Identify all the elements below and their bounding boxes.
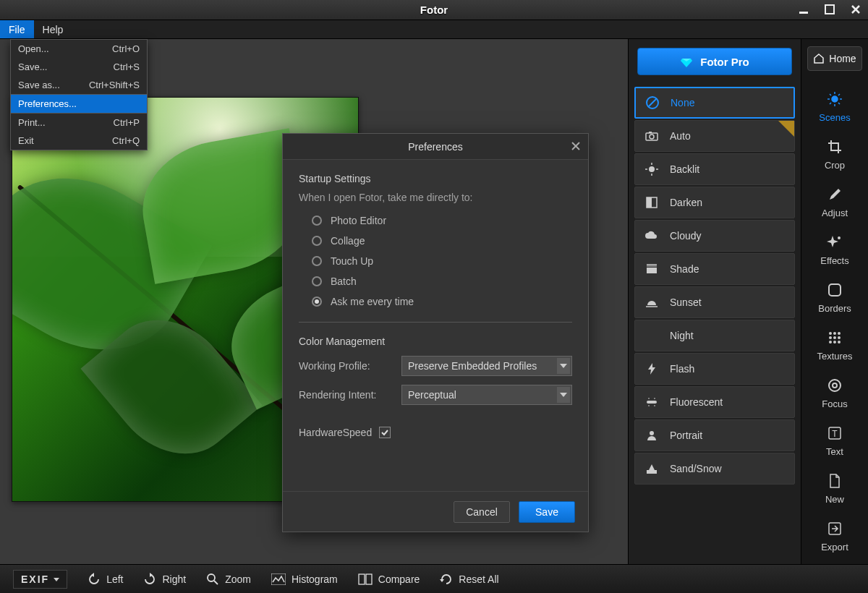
hardware-speed-checkbox[interactable] bbox=[379, 427, 391, 438]
rendering-intent-row: Rendering Intent: Perceptual bbox=[299, 385, 572, 405]
reset-all-button[interactable]: Reset All bbox=[440, 573, 498, 586]
svg-rect-0 bbox=[799, 12, 808, 14]
tool-borders[interactable]: Borders bbox=[808, 275, 861, 320]
working-profile-select[interactable]: Preserve Embedded Profiles bbox=[401, 356, 572, 376]
scene-auto[interactable]: Auto bbox=[634, 120, 795, 152]
radio-touch-up[interactable]: Touch Up bbox=[299, 251, 572, 271]
scene-shade[interactable]: Shade bbox=[634, 253, 795, 285]
border-icon bbox=[826, 281, 843, 299]
sandsnow-icon bbox=[644, 461, 660, 477]
rotate-right-icon bbox=[143, 573, 156, 586]
svg-rect-22 bbox=[647, 268, 657, 273]
cancel-button[interactable]: Cancel bbox=[454, 501, 510, 523]
scene-darken[interactable]: Darken bbox=[634, 187, 795, 218]
tool-export[interactable]: Export bbox=[808, 513, 861, 558]
scene-sunset[interactable]: Sunset bbox=[634, 286, 795, 318]
divider bbox=[299, 322, 572, 323]
reset-icon bbox=[440, 573, 453, 586]
menu-file[interactable]: File bbox=[0, 20, 34, 38]
radio-collage[interactable]: Collage bbox=[299, 231, 572, 251]
file-dropdown: Open...Ctrl+O Save...Ctrl+S Save as...Ct… bbox=[10, 39, 148, 150]
svg-rect-14 bbox=[649, 132, 652, 133]
focus-icon bbox=[826, 377, 843, 394]
zoom-icon bbox=[206, 573, 219, 586]
scene-none[interactable]: None bbox=[634, 87, 795, 119]
scene-portrait[interactable]: Portrait bbox=[634, 419, 795, 451]
hardware-speed-label: HardwareSpeed bbox=[299, 427, 372, 438]
scene-fluorescent[interactable]: Fluorescent bbox=[634, 386, 795, 418]
darken-icon bbox=[644, 195, 660, 210]
svg-point-45 bbox=[838, 236, 841, 239]
histogram-button[interactable]: Histogram bbox=[271, 573, 338, 585]
svg-marker-44 bbox=[827, 236, 838, 247]
file-menu-save-as[interactable]: Save as...Ctrl+Shift+S bbox=[11, 76, 147, 94]
file-menu-print[interactable]: Print...Ctrl+P bbox=[11, 114, 147, 132]
scenes-icon bbox=[826, 90, 843, 108]
fluorescent-icon bbox=[644, 394, 660, 410]
camera-icon bbox=[644, 128, 660, 144]
maximize-button[interactable] bbox=[822, 1, 838, 17]
svg-marker-69 bbox=[440, 579, 444, 582]
scene-backlit[interactable]: Backlit bbox=[634, 153, 795, 185]
sunset-icon bbox=[644, 294, 660, 310]
hardware-speed-row[interactable]: HardwareSpeed bbox=[299, 427, 572, 438]
svg-rect-33 bbox=[647, 470, 657, 474]
moon-icon bbox=[644, 328, 660, 344]
radio-photo-editor[interactable]: Photo Editor bbox=[299, 210, 572, 231]
menu-help[interactable]: Help bbox=[34, 20, 72, 38]
tool-textures[interactable]: Textures bbox=[808, 323, 861, 367]
home-button[interactable]: Home bbox=[807, 46, 862, 71]
exif-button[interactable]: EXIF bbox=[13, 570, 67, 589]
svg-rect-21 bbox=[647, 197, 652, 208]
rendering-intent-label: Rendering Intent: bbox=[299, 389, 393, 401]
scene-flash[interactable]: Flash bbox=[634, 353, 795, 385]
shade-icon bbox=[644, 261, 660, 277]
rotate-left-button[interactable]: Left bbox=[88, 573, 123, 586]
dialog-body: Startup Settings When I open Fotor, take… bbox=[283, 160, 588, 491]
scene-night[interactable]: Night bbox=[634, 320, 795, 351]
radio-batch[interactable]: Batch bbox=[299, 271, 572, 291]
rotate-right-button[interactable]: Right bbox=[143, 573, 186, 586]
compare-button[interactable]: Compare bbox=[358, 573, 420, 585]
tool-text[interactable]: TText bbox=[808, 418, 861, 463]
tool-new[interactable]: New bbox=[808, 466, 861, 511]
file-menu-preferences[interactable]: Preferences... bbox=[11, 95, 147, 113]
svg-line-40 bbox=[830, 94, 831, 95]
scene-sand-snow[interactable]: Sand/Snow bbox=[634, 453, 795, 485]
zoom-button[interactable]: Zoom bbox=[206, 573, 251, 586]
scene-cloudy[interactable]: Cloudy bbox=[634, 220, 795, 252]
svg-rect-27 bbox=[647, 401, 657, 404]
minimize-button[interactable] bbox=[796, 1, 812, 17]
svg-point-64 bbox=[208, 574, 215, 581]
home-icon bbox=[813, 53, 825, 64]
texture-icon bbox=[826, 329, 843, 346]
tool-effects[interactable]: Effects bbox=[808, 227, 861, 272]
rendering-intent-select[interactable]: Perceptual bbox=[401, 385, 572, 405]
preferences-dialog: Preferences Startup Settings When I open… bbox=[282, 133, 589, 532]
export-icon bbox=[826, 520, 843, 537]
dialog-title: Preferences bbox=[408, 141, 462, 153]
svg-line-11 bbox=[648, 98, 657, 107]
svg-point-51 bbox=[833, 336, 836, 339]
tool-focus[interactable]: Focus bbox=[808, 370, 861, 415]
radio-icon bbox=[312, 256, 322, 266]
dialog-header[interactable]: Preferences bbox=[283, 134, 588, 160]
svg-marker-61 bbox=[54, 578, 59, 581]
svg-point-53 bbox=[829, 341, 832, 344]
flash-icon bbox=[644, 361, 660, 377]
chevron-down-icon bbox=[54, 576, 59, 582]
dialog-close-button[interactable] bbox=[569, 140, 582, 153]
tool-adjust[interactable]: Adjust bbox=[808, 179, 861, 224]
file-menu-exit[interactable]: ExitCtrl+Q bbox=[11, 132, 147, 150]
file-menu-save[interactable]: Save...Ctrl+S bbox=[11, 58, 147, 76]
svg-point-48 bbox=[833, 332, 836, 335]
fotor-pro-button[interactable]: Fotor Pro bbox=[637, 48, 792, 75]
svg-marker-34 bbox=[649, 464, 655, 470]
radio-ask-every-time[interactable]: Ask me every time bbox=[299, 291, 572, 312]
file-menu-open[interactable]: Open...Ctrl+O bbox=[11, 40, 147, 58]
close-button[interactable] bbox=[848, 1, 864, 17]
save-button[interactable]: Save bbox=[519, 501, 575, 523]
tool-crop[interactable]: Crop bbox=[808, 132, 861, 176]
svg-point-56 bbox=[829, 380, 841, 391]
tool-scenes[interactable]: Scenes bbox=[808, 84, 861, 129]
